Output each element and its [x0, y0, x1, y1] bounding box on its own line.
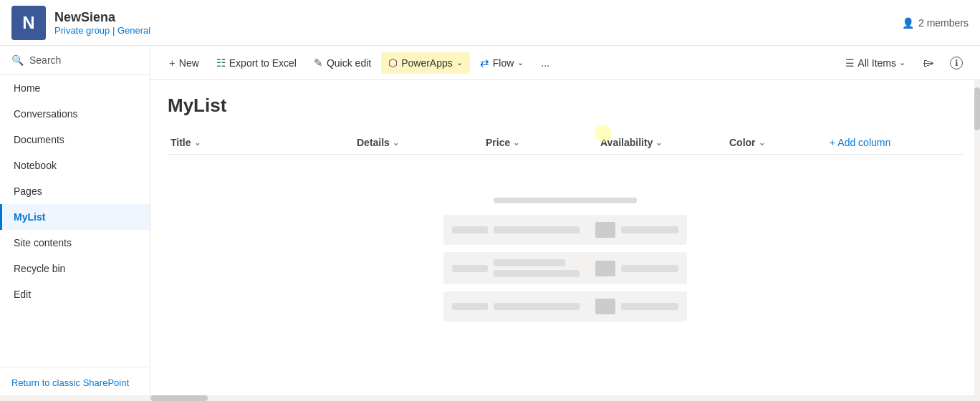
- placeholder-row-1: [443, 215, 687, 245]
- quick-edit-label: Quick edit: [327, 57, 371, 69]
- flow-icon: ⇄: [480, 57, 489, 69]
- bottom-scrollbar[interactable]: [0, 395, 980, 401]
- nav-item-label: Home: [14, 82, 40, 94]
- col-price-header[interactable]: Price ⌄: [486, 137, 589, 148]
- sidebar-item-mylist[interactable]: MyList: [0, 204, 150, 230]
- col-add: + Add column: [827, 131, 963, 155]
- sidebar-item-home[interactable]: Home: [0, 75, 150, 101]
- info-button[interactable]: ℹ: [944, 52, 969, 74]
- placeholder-area: [168, 198, 963, 322]
- ph-img: [595, 261, 615, 276]
- sidebar: 🔍 Search Home Conversations Documents No…: [0, 46, 150, 395]
- site-meta: Private group | General: [54, 25, 150, 36]
- powerapps-icon: ⬡: [388, 57, 398, 69]
- list-view-icon: ☰: [845, 57, 855, 69]
- excel-icon: ☷: [216, 57, 226, 69]
- chevron-down-icon: ⌄: [899, 58, 905, 67]
- sidebar-item-site-contents[interactable]: Site contents: [0, 230, 150, 256]
- filter-button[interactable]: ⌲: [917, 52, 940, 74]
- ph-bar-lg: [621, 265, 678, 272]
- bottom-scrollbar-thumb[interactable]: [150, 395, 208, 401]
- flow-label: Flow: [493, 57, 514, 69]
- site-meta-link[interactable]: General: [117, 25, 150, 36]
- col-title-header[interactable]: Title ⌄: [170, 137, 345, 148]
- power-apps-button[interactable]: ⬡ PowerApps ⌄: [381, 52, 470, 74]
- scrollbar-track[interactable]: [974, 80, 980, 395]
- all-items-button[interactable]: ☰ All Items ⌄: [838, 53, 913, 73]
- ph-bar-md: [494, 226, 580, 233]
- chevron-down-icon: ⌄: [456, 58, 463, 67]
- site-meta-prefix: Private group |: [54, 25, 117, 36]
- col-title-label: Title: [170, 137, 191, 148]
- col-availability-header[interactable]: Availability ⌄: [600, 137, 718, 148]
- placeholder-row-2: [443, 252, 687, 284]
- col-price: Price ⌄: [483, 131, 597, 155]
- search-bar[interactable]: 🔍 Search: [0, 46, 150, 75]
- list-content: MyList Title ⌄ Details: [150, 80, 980, 395]
- ph-bar-sm: [452, 303, 488, 310]
- info-icon: ℹ: [950, 57, 963, 69]
- sidebar-item-edit[interactable]: Edit: [0, 281, 150, 307]
- sort-icon: ⌄: [194, 138, 201, 148]
- placeholder-row-3: [443, 291, 687, 322]
- logo-letter: N: [22, 13, 34, 33]
- toolbar-right: ☰ All Items ⌄ ⌲ ℹ: [838, 52, 969, 74]
- col-availability: Availability ⌄: [597, 131, 726, 155]
- col-color-header[interactable]: Color ⌄: [729, 137, 818, 148]
- more-button[interactable]: ...: [534, 53, 557, 73]
- main-layout: 🔍 Search Home Conversations Documents No…: [0, 46, 980, 395]
- sidebar-item-notebook[interactable]: Notebook: [0, 153, 150, 178]
- sort-icon: ⌄: [513, 138, 519, 148]
- ph-bar-sm: [452, 265, 488, 272]
- ph-bar-xl: [494, 259, 565, 266]
- new-button[interactable]: + New: [162, 52, 206, 73]
- nav-bottom: Return to classic SharePoint: [0, 367, 150, 395]
- add-column-label[interactable]: + Add column: [830, 137, 890, 148]
- return-label: Return to classic SharePoint: [11, 377, 129, 388]
- pencil-icon: ✎: [314, 57, 323, 69]
- sidebar-item-conversations[interactable]: Conversations: [0, 101, 150, 127]
- new-label: New: [179, 57, 199, 69]
- members-count: 2 members: [918, 17, 969, 29]
- flow-button[interactable]: ⇄ Flow ⌄: [473, 52, 532, 74]
- col-color-label: Color: [729, 137, 756, 148]
- sidebar-item-documents[interactable]: Documents: [0, 127, 150, 153]
- col-title: Title ⌄: [168, 131, 354, 155]
- nav-spacer: [0, 307, 150, 367]
- more-label: ...: [541, 57, 549, 69]
- ph-bar-top: [494, 198, 637, 203]
- ph-bar-lg: [621, 226, 678, 233]
- sort-icon: ⌄: [759, 138, 765, 148]
- scrollbar-thumb[interactable]: [974, 87, 980, 130]
- ph-img: [595, 222, 615, 238]
- toolbar: + New ☷ Export to Excel ✎ Quick edit ⬡ P…: [150, 46, 980, 80]
- col-price-label: Price: [486, 137, 510, 148]
- nav-item-label: Edit: [14, 289, 31, 300]
- plus-icon: +: [169, 57, 176, 69]
- ph-img: [595, 299, 615, 314]
- sort-icon: ⌄: [655, 138, 662, 148]
- sidebar-item-pages[interactable]: Pages: [0, 178, 150, 204]
- site-logo: N: [11, 6, 46, 40]
- sidebar-item-recycle-bin[interactable]: Recycle bin: [0, 256, 150, 281]
- filter-icon: ⌲: [923, 57, 934, 69]
- ph-bar-md: [494, 303, 580, 310]
- return-classic-link[interactable]: Return to classic SharePoint: [0, 370, 150, 395]
- export-label: Export to Excel: [229, 57, 297, 69]
- col-details: Details ⌄: [354, 131, 483, 155]
- site-name: NewSiena: [54, 10, 150, 25]
- ph-bar-md: [494, 270, 580, 277]
- nav-item-label: MyList: [14, 211, 45, 223]
- export-excel-button[interactable]: ☷ Export to Excel: [209, 52, 304, 74]
- sort-icon: ⌄: [393, 138, 399, 148]
- nav-item-label: Notebook: [14, 160, 57, 171]
- content-area: + New ☷ Export to Excel ✎ Quick edit ⬡ P…: [150, 46, 980, 395]
- nav-item-label: Site contents: [14, 237, 72, 248]
- nav-item-label: Documents: [14, 134, 64, 145]
- search-icon: 🔍: [11, 54, 24, 66]
- quick-edit-button[interactable]: ✎ Quick edit: [307, 52, 378, 74]
- ph-bar-sm: [452, 226, 488, 233]
- col-details-header[interactable]: Details ⌄: [357, 137, 474, 148]
- chevron-down-icon: ⌄: [517, 58, 524, 67]
- power-apps-label: PowerApps: [401, 57, 453, 69]
